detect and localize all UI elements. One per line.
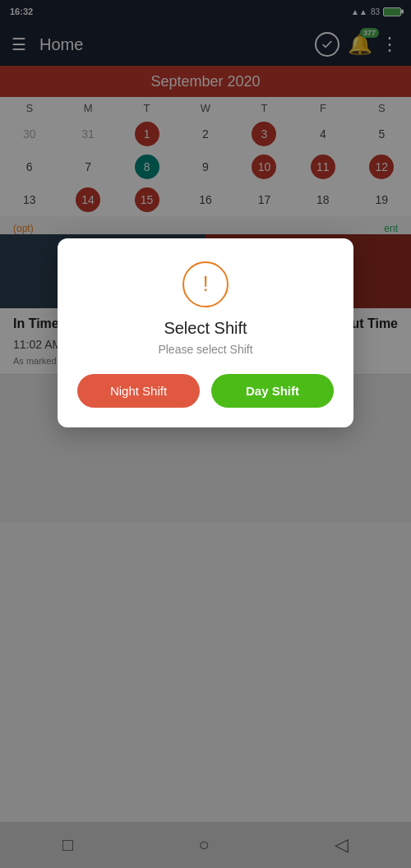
select-shift-modal: ! Select Shift Please select Shift Night… — [58, 238, 353, 427]
modal-buttons: Night Shift Day Shift — [77, 374, 334, 408]
exclamation-icon: ! — [202, 273, 208, 294]
day-shift-button[interactable]: Day Shift — [211, 374, 334, 408]
night-shift-button[interactable]: Night Shift — [77, 374, 200, 408]
modal-title: Select Shift — [164, 319, 247, 338]
modal-overlay[interactable] — [0, 0, 411, 868]
modal-subtitle: Please select Shift — [158, 343, 252, 356]
warning-icon-ring: ! — [182, 261, 229, 307]
